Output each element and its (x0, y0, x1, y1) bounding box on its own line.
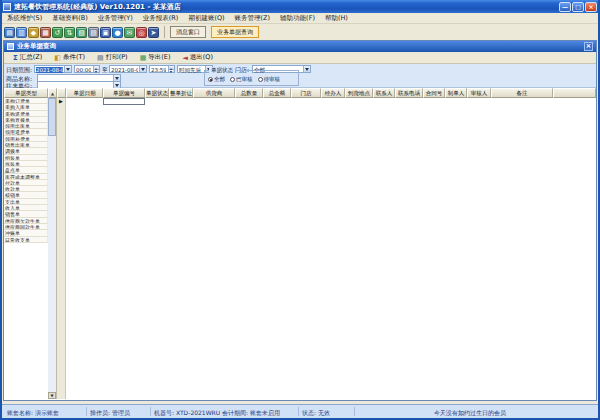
doc-status-group: 单据状态 全部已审核待审核 (204, 70, 299, 86)
mail-icon[interactable]: ✉ (124, 27, 135, 38)
business-doc-query-button[interactable]: 业务单据查询 (211, 26, 259, 38)
print-icon[interactable]: ▦ (40, 27, 51, 38)
status-radio-2[interactable]: 已审核 (230, 76, 253, 83)
date-from-picker[interactable]: 2021-08-03 (34, 65, 72, 73)
column-header-5[interactable]: 供货商 (193, 88, 235, 98)
focused-cell[interactable] (103, 98, 145, 105)
panel-title-bar: 业务单据查询 × (4, 41, 596, 52)
column-header-15[interactable]: 审核人 (467, 88, 491, 98)
calculator-icon[interactable]: ▨ (88, 27, 99, 38)
scrollbar-thumb[interactable] (48, 98, 56, 136)
time-from-spinner[interactable]: 00:00:00 (74, 65, 100, 73)
column-header-7[interactable]: 总金额 (263, 88, 291, 98)
filter-area: 日期范围: 2021-08-03 00:00:00 至 2021-08-03 2… (4, 64, 596, 88)
main-toolbar: ▤▥◆▦↺⇅▧▨▣●✉◎➤ 消息窗口 业务单据查询 (2, 24, 598, 40)
date-to-picker[interactable]: 2021-08-03 (109, 65, 147, 73)
state-status: 状态: 无效 (302, 409, 330, 418)
date-from-value: 2021-08-03 (36, 67, 63, 73)
chevron-down-icon[interactable] (303, 66, 310, 72)
summary-button[interactable]: Σ汇总(Z) (7, 52, 48, 63)
logout-icon[interactable]: ➤ (148, 27, 159, 38)
menu-item-7[interactable]: 辅助功能(F) (275, 14, 320, 23)
spinner-icon[interactable] (168, 66, 174, 72)
scroll-down-icon[interactable]: ▼ (48, 392, 56, 399)
panel-title: 业务单据查询 (17, 42, 56, 51)
column-header-3[interactable]: 单据状态 (145, 88, 169, 98)
close-button[interactable]: × (585, 2, 597, 12)
exit-button[interactable]: ◄退出(Q) (176, 52, 219, 63)
open-icon[interactable]: ▥ (16, 27, 27, 38)
window-controls: — □ × (559, 2, 597, 12)
menu-item-5[interactable]: 期初建账(Q) (183, 14, 229, 23)
menu-item-2[interactable]: 基础资料(B) (47, 14, 93, 23)
grid-column-headers: 单据类型▲单据日期单据编号单据状态整单折让供货商总数量总金额门店经办人到货地点联… (4, 88, 596, 98)
save-icon[interactable]: ◆ (28, 27, 39, 38)
alert-icon[interactable]: ◎ (136, 27, 147, 38)
status-separator (150, 407, 151, 416)
radio-icon (230, 77, 235, 82)
minimize-button[interactable]: — (559, 2, 571, 12)
time-to-spinner[interactable]: 23:59:59 (149, 65, 175, 73)
column-header-10[interactable]: 到货地点 (345, 88, 373, 98)
radio-icon (208, 77, 213, 82)
print-button[interactable]: ▤打印(P) (91, 52, 134, 63)
message-window-button[interactable]: 消息窗口 (170, 26, 206, 38)
chart-icon[interactable]: ▧ (76, 27, 87, 38)
window-title: 速拓餐饮管理系统(经典版) Ver10.1201 - 某某酒店 (14, 2, 559, 12)
doc-type-item[interactable]: 日常收支单 (4, 237, 48, 243)
column-header-16[interactable]: 备注 (491, 88, 553, 98)
doc-status-group-label: 单据状态 (209, 67, 235, 74)
status-separator (354, 407, 355, 416)
chevron-down-icon[interactable] (64, 66, 71, 72)
doc-type-list: 采购订货单采购入库单采购退货单采购直拨单领用出库单领用退货单领用补货单销售出库单… (4, 98, 48, 399)
status-radio-1[interactable]: 全部 (208, 76, 225, 83)
operator-status: 操作员: 管理员 (90, 409, 130, 418)
status-bar: 账套名称: 演示账套 操作员: 管理员 机器号: XTD-2021WRU 会计期… (2, 404, 598, 418)
app-window: 速拓餐饮管理系统(经典版) Ver10.1201 - 某某酒店 — □ × 系统… (0, 0, 600, 420)
scroll-up-icon[interactable]: ▲ (48, 88, 57, 98)
spinner-icon[interactable] (93, 66, 99, 72)
column-header-12[interactable]: 联系电话 (395, 88, 423, 98)
summary-button-label: 汇总(Z) (20, 53, 43, 62)
chevron-down-icon[interactable] (139, 66, 146, 72)
toolbar-icon-group: ▤▥◆▦↺⇅▧▨▣●✉◎➤ (4, 27, 159, 38)
status-radio-label: 待审核 (264, 76, 281, 83)
doc-status-radios: 全部已审核待审核 (208, 76, 297, 83)
column-header-1[interactable]: 单据日期 (66, 88, 103, 98)
maximize-button[interactable]: □ (572, 2, 584, 12)
menu-item-3[interactable]: 业务管理(Y) (93, 14, 138, 23)
panel-icon (7, 43, 14, 50)
column-header-6[interactable]: 总数量 (235, 88, 263, 98)
new-doc-icon[interactable]: ▤ (4, 27, 15, 38)
chevron-down-icon[interactable] (113, 75, 120, 81)
column-header-8[interactable]: 门店 (291, 88, 321, 98)
account-name-status: 账套名称: 演示账套 (7, 409, 59, 418)
column-header-9[interactable]: 经办人 (321, 88, 345, 98)
column-header-doc-type[interactable]: 单据类型 (4, 88, 48, 98)
refresh-icon[interactable]: ↺ (52, 27, 63, 38)
export-button[interactable]: ▦导出(E) (134, 52, 177, 63)
column-header-2[interactable]: 单据编号 (103, 88, 145, 98)
condition-button[interactable]: ◧条件(T) (48, 52, 91, 63)
grid-body: 采购订货单采购入库单采购退货单采购直拨单领用出库单领用退货单领用补货单销售出库单… (4, 98, 596, 399)
menu-item-8[interactable]: 帮助(H) (320, 14, 353, 23)
panel-close-icon[interactable]: × (584, 42, 593, 51)
globe-icon[interactable]: ● (112, 27, 123, 38)
export-icon: ▦ (140, 54, 147, 62)
column-header-11[interactable]: 联系人 (373, 88, 395, 98)
status-radio-3[interactable]: 待审核 (258, 76, 281, 83)
menu-item-6[interactable]: 账务管理(Z) (230, 14, 276, 23)
column-header-14[interactable]: 制单人 (445, 88, 467, 98)
print-button-label: 打印(P) (106, 53, 128, 62)
menu-item-4[interactable]: 业务报表(R) (138, 14, 184, 23)
doc-list-scrollbar[interactable]: ▼ (48, 98, 57, 399)
exit-button-label: 退出(Q) (190, 53, 213, 62)
menu-item-1[interactable]: 系统维护(S) (2, 14, 47, 23)
machine-status: 机器号: XTD-2021WRU 会计期间: 账套未启用 (154, 409, 280, 418)
disk-icon[interactable]: ▣ (100, 27, 111, 38)
exit-icon: ◄ (182, 54, 187, 62)
sort-icon[interactable]: ⇅ (64, 27, 75, 38)
status-radio-label: 已审核 (236, 76, 253, 83)
column-header-4[interactable]: 整单折让 (169, 88, 193, 98)
column-header-13[interactable]: 合同号 (423, 88, 445, 98)
